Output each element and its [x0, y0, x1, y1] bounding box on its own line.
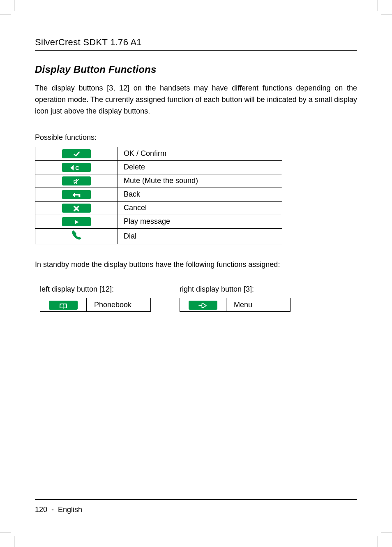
- right-button-label: Menu: [226, 298, 291, 312]
- function-label: Back: [118, 188, 282, 201]
- function-label: Play message: [118, 215, 282, 228]
- cancel-icon: [62, 204, 91, 213]
- svg-text:C: C: [75, 165, 79, 171]
- icon-cell: [35, 188, 118, 201]
- crop-mark: [378, 0, 378, 11]
- possible-functions-label: Possible functions:: [35, 132, 357, 144]
- table-row: Menu: [180, 298, 291, 312]
- page-header: SilverCrest SDKT 1.76 A1: [35, 37, 357, 51]
- table-row: Dial: [35, 228, 282, 244]
- check-icon: [62, 149, 91, 158]
- footer-language: English: [58, 505, 82, 514]
- table-row: C Delete: [35, 160, 282, 174]
- function-label: Mute (Mute the sound): [118, 174, 282, 188]
- right-button-caption: right display button [3]:: [180, 285, 291, 294]
- play-icon: [62, 217, 91, 226]
- table-row: OK / Confirm: [35, 147, 282, 160]
- crop-mark: [381, 533, 392, 533]
- table-row: Mute (Mute the sound): [35, 174, 282, 188]
- icon-cell: [35, 201, 118, 215]
- icon-cell: C: [35, 160, 118, 174]
- table-row: Play message: [35, 215, 282, 228]
- left-button-label: Phonebook: [87, 298, 151, 312]
- delete-icon: C: [62, 163, 91, 172]
- icon-cell: [35, 215, 118, 228]
- crop-mark: [381, 14, 392, 14]
- page-number: 120: [35, 505, 47, 514]
- page-footer: 120 - English: [35, 499, 357, 514]
- table-row: Phonebook: [40, 298, 151, 312]
- icon-cell: [35, 147, 118, 160]
- left-button-caption: left display button [12]:: [40, 285, 151, 294]
- icon-cell: [180, 298, 226, 312]
- crop-mark: [14, 536, 14, 547]
- right-button-table: Menu: [180, 298, 291, 312]
- functions-table: OK / Confirm C Delete Mute (Mute the sou…: [35, 147, 282, 244]
- footer-sep: -: [51, 505, 54, 514]
- page: SilverCrest SDKT 1.76 A1 Display Button …: [0, 0, 392, 547]
- icon-cell: [40, 298, 87, 312]
- function-label: OK / Confirm: [118, 147, 282, 160]
- back-icon: [62, 190, 91, 199]
- icon-cell: [35, 228, 118, 244]
- crop-mark: [0, 533, 11, 533]
- phonebook-icon: [49, 301, 78, 310]
- table-row: Back: [35, 188, 282, 201]
- mute-icon: [62, 176, 91, 185]
- section-title: Display Button Functions: [35, 64, 357, 75]
- table-row: Cancel: [35, 201, 282, 215]
- function-label: Dial: [118, 228, 282, 244]
- dial-icon: [71, 234, 82, 243]
- menu-icon: [189, 301, 217, 310]
- standby-columns: left display button [12]: Phonebook righ…: [35, 285, 357, 312]
- function-label: Cancel: [118, 201, 282, 215]
- standby-intro: In standby mode the display buttons have…: [35, 259, 357, 271]
- crop-mark: [0, 14, 11, 14]
- function-label: Delete: [118, 160, 282, 174]
- icon-cell: [35, 174, 118, 188]
- intro-paragraph: The display buttons [3, 12] on the hands…: [35, 83, 357, 117]
- crop-mark: [378, 536, 378, 547]
- left-button-table: Phonebook: [40, 298, 151, 312]
- crop-mark: [14, 0, 14, 11]
